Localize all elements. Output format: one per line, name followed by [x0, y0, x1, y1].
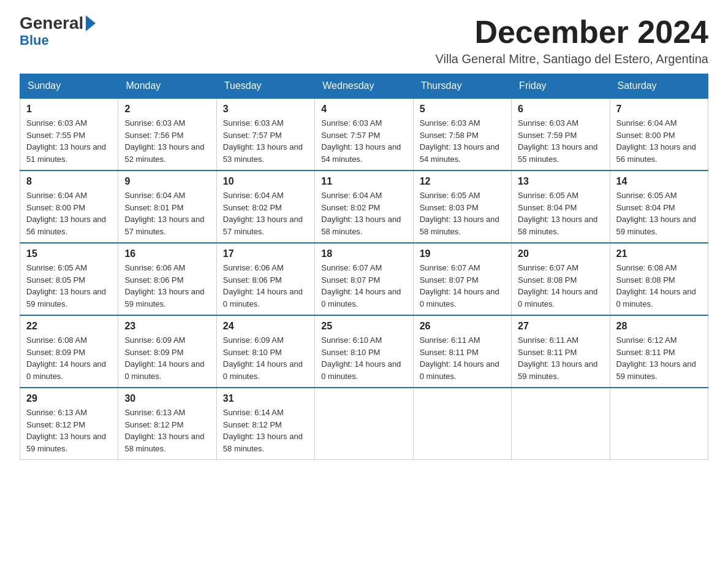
weekday-header-thursday: Thursday — [413, 74, 511, 99]
calendar-day-cell: 1Sunrise: 6:03 AMSunset: 7:55 PMDaylight… — [20, 98, 118, 170]
calendar-day-cell: 4Sunrise: 6:03 AMSunset: 7:57 PMDaylight… — [315, 98, 413, 170]
day-info: Sunrise: 6:05 AMSunset: 8:04 PMDaylight:… — [518, 190, 603, 237]
day-info: Sunrise: 6:07 AMSunset: 8:07 PMDaylight:… — [321, 262, 406, 310]
day-number: 5 — [420, 104, 505, 115]
day-info: Sunrise: 6:04 AMSunset: 8:01 PMDaylight:… — [124, 190, 210, 237]
day-number: 20 — [518, 248, 603, 259]
day-number: 30 — [124, 393, 210, 404]
calendar-week-row: 8Sunrise: 6:04 AMSunset: 8:00 PMDaylight… — [20, 170, 708, 243]
calendar-day-cell: 18Sunrise: 6:07 AMSunset: 8:07 PMDayligh… — [315, 243, 413, 315]
calendar-day-cell: 8Sunrise: 6:04 AMSunset: 8:00 PMDaylight… — [20, 170, 118, 243]
day-info: Sunrise: 6:12 AMSunset: 8:11 PMDaylight:… — [616, 334, 702, 382]
calendar-day-cell: 26Sunrise: 6:11 AMSunset: 8:11 PMDayligh… — [413, 315, 511, 388]
day-number: 25 — [321, 321, 406, 332]
day-number: 2 — [124, 104, 210, 115]
weekday-header-tuesday: Tuesday — [216, 74, 314, 99]
calendar-day-cell: 11Sunrise: 6:04 AMSunset: 8:02 PMDayligh… — [315, 170, 413, 243]
logo-general-text: General — [20, 15, 96, 33]
day-number: 16 — [124, 248, 210, 259]
day-info: Sunrise: 6:07 AMSunset: 8:08 PMDaylight:… — [518, 262, 603, 310]
day-info: Sunrise: 6:08 AMSunset: 8:09 PMDaylight:… — [26, 334, 112, 382]
empty-cell — [315, 388, 413, 460]
calendar-day-cell: 10Sunrise: 6:04 AMSunset: 8:02 PMDayligh… — [216, 170, 314, 243]
page-header: General Blue December 2024 Villa General… — [20, 15, 708, 66]
day-number: 26 — [420, 321, 505, 332]
day-number: 10 — [223, 176, 308, 187]
day-number: 4 — [321, 104, 406, 115]
weekday-header-wednesday: Wednesday — [315, 74, 413, 99]
day-info: Sunrise: 6:03 AMSunset: 7:56 PMDaylight:… — [124, 117, 210, 165]
calendar-day-cell: 27Sunrise: 6:11 AMSunset: 8:11 PMDayligh… — [512, 315, 610, 388]
day-info: Sunrise: 6:11 AMSunset: 8:11 PMDaylight:… — [518, 334, 603, 382]
calendar-day-cell: 22Sunrise: 6:08 AMSunset: 8:09 PMDayligh… — [20, 315, 118, 388]
day-number: 31 — [223, 393, 308, 404]
calendar-day-cell: 13Sunrise: 6:05 AMSunset: 8:04 PMDayligh… — [512, 170, 610, 243]
day-info: Sunrise: 6:03 AMSunset: 7:58 PMDaylight:… — [420, 117, 505, 165]
day-info: Sunrise: 6:03 AMSunset: 7:57 PMDaylight:… — [223, 117, 308, 165]
calendar-day-cell: 21Sunrise: 6:08 AMSunset: 8:08 PMDayligh… — [610, 243, 708, 315]
day-info: Sunrise: 6:05 AMSunset: 8:05 PMDaylight:… — [26, 262, 112, 310]
calendar-day-cell: 15Sunrise: 6:05 AMSunset: 8:05 PMDayligh… — [20, 243, 118, 315]
day-info: Sunrise: 6:05 AMSunset: 8:03 PMDaylight:… — [420, 190, 505, 237]
day-number: 12 — [420, 176, 505, 187]
day-number: 13 — [518, 176, 603, 187]
day-info: Sunrise: 6:03 AMSunset: 7:55 PMDaylight:… — [26, 117, 112, 165]
day-info: Sunrise: 6:04 AMSunset: 8:02 PMDaylight:… — [321, 190, 406, 237]
title-area: December 2024 Villa General Mitre, Santi… — [436, 15, 708, 66]
day-number: 14 — [616, 176, 702, 187]
calendar-day-cell: 14Sunrise: 6:05 AMSunset: 8:04 PMDayligh… — [610, 170, 708, 243]
day-number: 17 — [223, 248, 308, 259]
day-info: Sunrise: 6:13 AMSunset: 8:12 PMDaylight:… — [124, 407, 210, 454]
day-number: 21 — [616, 248, 702, 259]
day-info: Sunrise: 6:04 AMSunset: 8:02 PMDaylight:… — [223, 190, 308, 237]
calendar-table: SundayMondayTuesdayWednesdayThursdayFrid… — [20, 74, 708, 460]
day-number: 1 — [26, 104, 112, 115]
calendar-day-cell: 24Sunrise: 6:09 AMSunset: 8:10 PMDayligh… — [216, 315, 314, 388]
day-number: 27 — [518, 321, 603, 332]
calendar-day-cell: 3Sunrise: 6:03 AMSunset: 7:57 PMDaylight… — [216, 98, 314, 170]
calendar-day-cell: 28Sunrise: 6:12 AMSunset: 8:11 PMDayligh… — [610, 315, 708, 388]
calendar-day-cell: 29Sunrise: 6:13 AMSunset: 8:12 PMDayligh… — [20, 388, 118, 460]
day-number: 18 — [321, 248, 406, 259]
calendar-week-row: 29Sunrise: 6:13 AMSunset: 8:12 PMDayligh… — [20, 388, 708, 460]
calendar-day-cell: 5Sunrise: 6:03 AMSunset: 7:58 PMDaylight… — [413, 98, 511, 170]
day-info: Sunrise: 6:04 AMSunset: 8:00 PMDaylight:… — [616, 117, 702, 165]
weekday-header-friday: Friday — [512, 74, 610, 99]
calendar-day-cell: 17Sunrise: 6:06 AMSunset: 8:06 PMDayligh… — [216, 243, 314, 315]
calendar-day-cell: 31Sunrise: 6:14 AMSunset: 8:12 PMDayligh… — [216, 388, 314, 460]
calendar-header: SundayMondayTuesdayWednesdayThursdayFrid… — [20, 74, 708, 99]
day-info: Sunrise: 6:14 AMSunset: 8:12 PMDaylight:… — [223, 407, 308, 454]
day-number: 23 — [124, 321, 210, 332]
day-number: 28 — [616, 321, 702, 332]
day-number: 24 — [223, 321, 308, 332]
empty-cell — [610, 388, 708, 460]
calendar-day-cell: 12Sunrise: 6:05 AMSunset: 8:03 PMDayligh… — [413, 170, 511, 243]
day-info: Sunrise: 6:03 AMSunset: 7:59 PMDaylight:… — [518, 117, 603, 165]
calendar-week-row: 22Sunrise: 6:08 AMSunset: 8:09 PMDayligh… — [20, 315, 708, 388]
calendar-day-cell: 9Sunrise: 6:04 AMSunset: 8:01 PMDaylight… — [118, 170, 216, 243]
weekday-header-saturday: Saturday — [610, 74, 708, 99]
day-info: Sunrise: 6:11 AMSunset: 8:11 PMDaylight:… — [420, 334, 505, 382]
day-number: 8 — [26, 176, 112, 187]
day-info: Sunrise: 6:09 AMSunset: 8:10 PMDaylight:… — [223, 334, 308, 382]
logo-blue-text: Blue — [20, 34, 49, 47]
calendar-week-row: 1Sunrise: 6:03 AMSunset: 7:55 PMDaylight… — [20, 98, 708, 170]
weekday-header-row: SundayMondayTuesdayWednesdayThursdayFrid… — [20, 74, 708, 99]
calendar-day-cell: 19Sunrise: 6:07 AMSunset: 8:07 PMDayligh… — [413, 243, 511, 315]
day-info: Sunrise: 6:07 AMSunset: 8:07 PMDaylight:… — [420, 262, 505, 310]
calendar-day-cell: 7Sunrise: 6:04 AMSunset: 8:00 PMDaylight… — [610, 98, 708, 170]
day-info: Sunrise: 6:10 AMSunset: 8:10 PMDaylight:… — [321, 334, 406, 382]
day-number: 19 — [420, 248, 505, 259]
logo-arrow-icon — [86, 15, 96, 31]
day-number: 7 — [616, 104, 702, 115]
day-info: Sunrise: 6:13 AMSunset: 8:12 PMDaylight:… — [26, 407, 112, 454]
calendar-day-cell: 30Sunrise: 6:13 AMSunset: 8:12 PMDayligh… — [118, 388, 216, 460]
day-number: 3 — [223, 104, 308, 115]
calendar-day-cell: 6Sunrise: 6:03 AMSunset: 7:59 PMDaylight… — [512, 98, 610, 170]
location-subtitle: Villa General Mitre, Santiago del Estero… — [436, 52, 708, 66]
day-info: Sunrise: 6:09 AMSunset: 8:09 PMDaylight:… — [124, 334, 210, 382]
logo: General Blue — [20, 15, 96, 47]
day-number: 9 — [124, 176, 210, 187]
calendar-day-cell: 20Sunrise: 6:07 AMSunset: 8:08 PMDayligh… — [512, 243, 610, 315]
calendar-week-row: 15Sunrise: 6:05 AMSunset: 8:05 PMDayligh… — [20, 243, 708, 315]
